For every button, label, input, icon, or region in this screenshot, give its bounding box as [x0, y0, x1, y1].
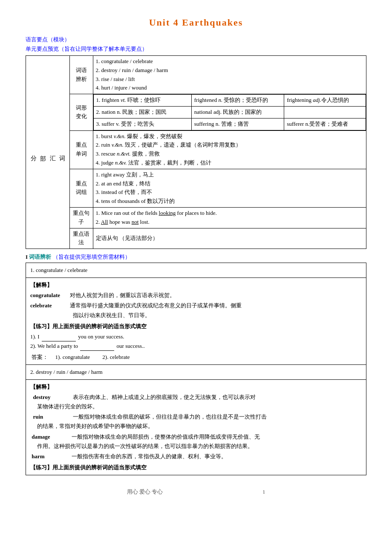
word-form-cell: 2. nation n. 民族；国家；国民 — [93, 106, 191, 118]
content-section-1: 1. congratulate / celebrate — [26, 263, 366, 278]
section-roman: I — [26, 254, 28, 260]
term-def-destroy: 表示在肉体上、精神上或道义上的彻底摧毁，使之无法恢复，也可以表示对 — [73, 394, 256, 400]
table-row: 词形变化 1. frighten vt. 吓唬；使惊吓 frightened n… — [26, 94, 366, 130]
answer-row: 答案： 1). congratulate 2). celebrate — [30, 353, 362, 362]
term-damage: damage — [32, 432, 70, 442]
content-cell: 1. congratulate / celebrate 2. destroy /… — [93, 56, 366, 94]
word-form-cell: national adj. 民族的；国家的 — [191, 106, 284, 118]
explanation-box-2: 【解释】 destroy 表示在肉体上、精神上或道义上的彻底摧毁，使之无法恢复，… — [26, 380, 366, 475]
term-def-ruin: 一般指对物体或生命彻底的破坏，但往往是非暴力的，也往往是不是一次性打击 — [73, 413, 267, 420]
content-cell: 定语从句 （见语法部分） — [93, 228, 366, 249]
explanation-box-1: 【解释】 congratulate 对他人祝贺为目的，侧重以言语表示祝贺。 ce… — [26, 278, 366, 365]
footer-page: 1 — [262, 489, 265, 495]
blank-2 — [80, 350, 114, 351]
word-form-cell: suffering n. 苦难；痛苦 — [191, 118, 284, 130]
category-cell: 词汇部分 — [26, 56, 70, 249]
content-cell: 1. frighten vt. 吓唬；使惊吓 frightened n. 受惊的… — [93, 94, 366, 130]
subcategory-cell: 重点词组 — [69, 169, 93, 207]
table-row: 词汇部分 词语辨析 1. congratulate / celebrate 2.… — [26, 56, 366, 94]
term-harm: harm — [32, 452, 70, 461]
term-def-destroy-cont: 某物体进行完全的毁坏。 — [30, 403, 98, 410]
table-row: 重点句子 1. Mice ran out of the fields looki… — [26, 207, 366, 228]
term-def-celebrate-cont: 指以行动来庆祝生日、节日等。 — [30, 312, 150, 318]
table-row: 3. suffer v. 受苦；吃苦头 suffering n. 苦难；痛苦 s… — [93, 118, 366, 130]
section-note: （旨在提供完形填空所需材料） — [53, 254, 130, 260]
explanation-label: 【解释】 — [30, 280, 362, 290]
term-def-ruin-cont: 的结果，常指对美好的或希望中的事物的破坏。 — [30, 423, 153, 429]
term-def-harm: 一般指伤害有生命的东西，常指伤及人的健康、权利、事业等。 — [72, 453, 227, 460]
word-form-cell: 1. frighten vt. 吓唬；使惊吓 — [93, 95, 191, 107]
subcategory-cell: 重点句子 — [69, 207, 93, 228]
practice-label-2: 【练习】用上面所提供的辨析词的适当形式填空 — [30, 463, 362, 472]
word-form-cell — [284, 106, 366, 118]
explanation-entry-destroy: destroy 表示在肉体上、精神上或道义上的彻底摧毁，使之无法恢复，也可以表示… — [30, 393, 362, 411]
subcategory-cell: 词语辨析 — [69, 56, 93, 94]
explanation-entry-damage: damage 一般指对物体或生命的局部损伤，使整体的价值或作用降低或变得无价值、… — [30, 432, 362, 451]
content-cell: 1. Mice ran out of the fields looking fo… — [93, 207, 366, 228]
subcategory-cell: 重点单词 — [69, 130, 93, 169]
table-row: 重点词组 1. right away 立刻，马上 2. at an end 结束… — [26, 169, 366, 207]
explanation-entry-ruin: ruin 一般指对物体或生命彻底的破坏，但往往是非暴力的，也往往是不是一次性打击… — [30, 412, 362, 431]
term-congratulate: congratulate — [30, 291, 69, 300]
term-ruin: ruin — [33, 412, 72, 422]
table-row: 重点单词 1. burst v.&n. 爆裂，爆发，突然破裂 2. ruin v… — [26, 130, 366, 169]
content-cell: 1. right away 立刻，马上 2. at an end 结束，终结 3… — [93, 169, 366, 207]
section-main-title: 词语辨析 — [29, 254, 51, 260]
term-destroy: destroy — [33, 393, 72, 402]
exercise-2: 2). We held a party to our success.. — [30, 341, 362, 351]
subcategory-cell: 重点语法 — [69, 228, 93, 249]
table-row: 重点语法 定语从句 （见语法部分） — [26, 228, 366, 249]
term-def-celebrate: 通常指举行盛大隆重的仪式庆祝或纪念有意义的日子或某件事情。侧重 — [70, 302, 242, 309]
page-title: Unit 4 Earthquakes — [26, 17, 366, 28]
word-form-cell: sufferer n.受苦者；受难者 — [284, 118, 366, 130]
term-celebrate: celebrate — [30, 301, 69, 310]
item-header: 1. congratulate / celebrate — [30, 266, 362, 275]
word-form-cell: frightened n. 受惊的；受恐吓的 — [191, 95, 284, 107]
explanation-entry-harm: harm 一般指伤害有生命的东西，常指伤及人的健康、权利、事业等。 — [30, 452, 362, 461]
explanation-entry-1: congratulate 对他人祝贺为目的，侧重以言语表示祝贺。 — [30, 291, 362, 300]
item-header-2: 2. destroy / ruin / damage / harm — [30, 367, 362, 377]
practice-label-1: 【练习】用上面所提供的辨析词的适当形式填空 — [30, 322, 362, 331]
section-subtitle: 单元要点预览（旨在让同学整体了解本单元要点） — [26, 45, 366, 53]
word-form-table: 1. frighten vt. 吓唬；使惊吓 frightened n. 受惊的… — [93, 94, 366, 130]
exercise-1: 1). I you on your success. — [30, 332, 362, 341]
term-def-damage-cont: 作用。这种损伤可以是暴力的或一次性破坏的结果，也可以指非暴力的长期损害的结果。 — [30, 443, 253, 449]
section-i-header: I 词语辨析 （旨在提供完形填空所需材料） — [26, 253, 366, 261]
explanation-label-2: 【解释】 — [30, 382, 362, 392]
table-row: 2. nation n. 民族；国家；国民 national adj. 民族的；… — [93, 106, 366, 118]
word-form-cell: 3. suffer v. 受苦；吃苦头 — [93, 118, 191, 130]
table-row: 1. frighten vt. 吓唬；使惊吓 frightened n. 受惊的… — [93, 95, 366, 107]
section-link[interactable]: 语言要点（模块） — [26, 36, 366, 43]
term-def-damage: 一般指对物体或生命的局部损伤，使整体的价值或作用降低或变得无价值、无 — [72, 434, 260, 440]
subcategory-cell: 词形变化 — [69, 94, 93, 130]
explanation-entry-2: celebrate 通常指举行盛大隆重的仪式庆祝或纪念有意义的日子或某件事情。侧… — [30, 301, 362, 320]
footer: 用心 爱心 专心 1 — [26, 488, 366, 496]
footer-text: 用心 爱心 专心 — [127, 489, 163, 495]
word-form-cell: frightening adj.令人恐惧的 — [284, 95, 366, 107]
content-section-2: 2. destroy / ruin / damage / harm — [26, 365, 366, 380]
content-cell: 1. burst v.&n. 爆裂，爆发，突然破裂 2. ruin v.&n. … — [93, 130, 366, 169]
term-def-congratulate: 对他人祝贺为目的，侧重以言语表示祝贺。 — [70, 292, 175, 298]
overview-table: 词汇部分 词语辨析 1. congratulate / celebrate 2.… — [26, 55, 366, 249]
